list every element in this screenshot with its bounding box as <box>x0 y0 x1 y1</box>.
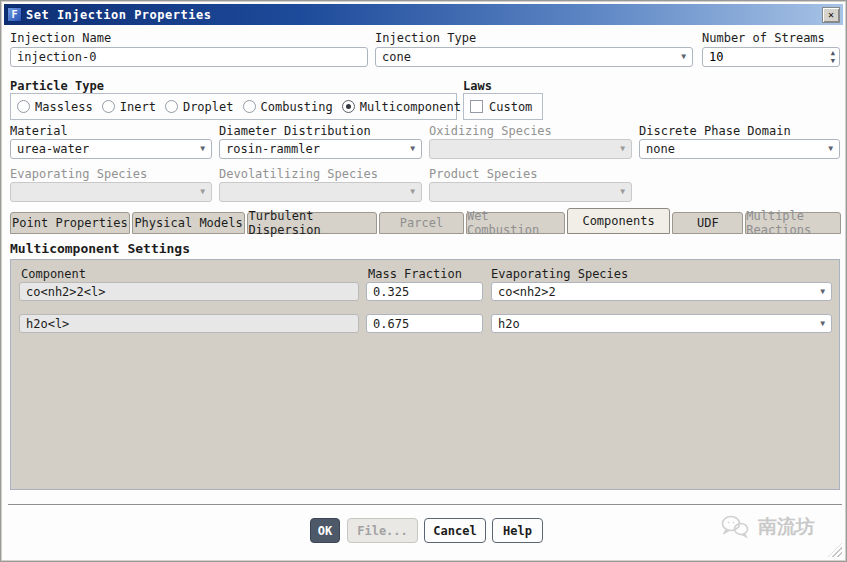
evaporating-species-row-value: h2o <box>498 317 520 331</box>
tab-parcel: Parcel <box>379 212 464 234</box>
material-dropdown[interactable]: urea-water ▼ <box>10 139 212 159</box>
component-name-value: h2o<l> <box>26 317 69 331</box>
separator <box>8 504 842 506</box>
dialog-title: Set Injection Properties <box>26 8 211 22</box>
laws-label: Laws <box>463 79 492 93</box>
radio-multicomponent-label: Multicomponent <box>360 100 461 114</box>
chevron-down-icon: ▼ <box>681 53 686 61</box>
material-value: urea-water <box>17 142 89 156</box>
tab-components[interactable]: Components <box>567 208 671 234</box>
injection-name-input[interactable] <box>10 47 368 67</box>
injection-type-dropdown[interactable]: cone ▼ <box>375 47 693 67</box>
discrete-phase-domain-dropdown[interactable]: none ▼ <box>639 139 840 159</box>
number-of-streams-input[interactable] <box>703 50 827 64</box>
cancel-button[interactable]: Cancel <box>424 518 486 543</box>
mass-fraction-input[interactable] <box>366 314 483 333</box>
close-icon[interactable]: ✕ <box>822 7 840 23</box>
diameter-distribution-dropdown[interactable]: rosin-rammler ▼ <box>219 139 422 159</box>
tab-strip: Point Properties Physical Models Turbule… <box>10 211 841 234</box>
mass-fraction-input[interactable] <box>366 282 483 301</box>
mass-fraction-column-header: Mass Fraction <box>368 267 462 281</box>
evaporating-species-label: Evaporating Species <box>10 167 147 181</box>
watermark-text: 南流坊 <box>758 514 815 540</box>
radio-droplet-label: Droplet <box>183 100 234 114</box>
tab-wet-combustion: Wet Combustion <box>466 212 565 234</box>
devolatilizing-species-dropdown: ▼ <box>219 182 422 202</box>
number-of-streams-label: Number of Streams <box>702 31 825 45</box>
resize-grip[interactable] <box>828 543 842 557</box>
radio-combusting[interactable]: Combusting <box>243 100 333 114</box>
tab-udf[interactable]: UDF <box>672 212 743 234</box>
evaporating-species-row-dropdown[interactable]: co<nh2>2 ▼ <box>491 282 832 301</box>
radio-icon[interactable] <box>243 100 256 113</box>
radio-massless-label: Massless <box>35 100 93 114</box>
evaporating-species-dropdown: ▼ <box>10 182 212 202</box>
laws-group: Custom <box>463 93 543 120</box>
oxidizing-species-label: Oxidizing Species <box>429 124 552 138</box>
chevron-down-icon: ▼ <box>820 288 825 296</box>
arrow-up-icon[interactable]: ▲ <box>831 50 835 57</box>
chevron-down-icon: ▼ <box>200 188 205 196</box>
injection-name-label: Injection Name <box>10 31 111 45</box>
radio-checked-icon[interactable] <box>342 100 355 113</box>
component-name-field: co<nh2>2<l> <box>19 282 359 301</box>
custom-laws-checkbox[interactable]: Custom <box>470 100 532 114</box>
arrow-down-icon[interactable]: ▼ <box>831 58 835 65</box>
custom-laws-label: Custom <box>489 100 532 114</box>
radio-multicomponent[interactable]: Multicomponent <box>342 100 461 114</box>
injection-type-label: Injection Type <box>375 31 476 45</box>
radio-icon[interactable] <box>102 100 115 113</box>
evaporating-species-row-value: co<nh2>2 <box>498 285 556 299</box>
radio-icon[interactable] <box>165 100 178 113</box>
watermark: 南流坊 <box>720 514 815 540</box>
radio-icon[interactable] <box>17 100 30 113</box>
titlebar[interactable]: F Set Injection Properties ✕ <box>4 4 843 25</box>
help-button[interactable]: Help <box>492 518 543 543</box>
checkbox-icon[interactable] <box>470 100 483 113</box>
stepper-arrows[interactable]: ▲ ▼ <box>827 50 839 65</box>
radio-droplet[interactable]: Droplet <box>165 100 234 114</box>
chevron-down-icon: ▼ <box>828 145 833 153</box>
oxidizing-species-dropdown: ▼ <box>429 139 632 159</box>
evaporating-species-column-header: Evaporating Species <box>491 267 628 281</box>
radio-massless[interactable]: Massless <box>17 100 93 114</box>
diameter-distribution-label: Diameter Distribution <box>219 124 371 138</box>
devolatilizing-species-label: Devolatilizing Species <box>219 167 378 181</box>
fluent-app-icon: F <box>7 7 22 22</box>
material-label: Material <box>10 124 68 138</box>
components-panel: Component Mass Fraction Evaporating Spec… <box>10 259 840 490</box>
tab-turbulent-dispersion[interactable]: Turbulent Dispersion <box>247 212 377 234</box>
tab-physical-models[interactable]: Physical Models <box>132 212 246 234</box>
component-column-header: Component <box>21 267 86 281</box>
particle-type-group: Massless Inert Droplet Combusting Multic… <box>10 93 457 120</box>
ok-button[interactable]: OK <box>310 518 340 543</box>
particle-type-label: Particle Type <box>10 79 104 93</box>
radio-inert-label: Inert <box>120 100 156 114</box>
radio-inert[interactable]: Inert <box>102 100 156 114</box>
multicomponent-settings-heading: Multicomponent Settings <box>10 241 190 256</box>
chevron-down-icon: ▼ <box>620 145 625 153</box>
component-name-value: co<nh2>2<l> <box>26 285 105 299</box>
chevron-down-icon: ▼ <box>410 145 415 153</box>
discrete-phase-domain-value: none <box>646 142 675 156</box>
product-species-label: Product Species <box>429 167 537 181</box>
injection-type-value: cone <box>382 50 411 64</box>
chevron-down-icon: ▼ <box>820 320 825 328</box>
number-of-streams-stepper[interactable]: ▲ ▼ <box>702 47 840 67</box>
chevron-down-icon: ▼ <box>410 188 415 196</box>
wechat-icon <box>720 514 750 540</box>
file-button: File... <box>347 518 418 543</box>
chevron-down-icon: ▼ <box>620 188 625 196</box>
diameter-distribution-value: rosin-rammler <box>226 142 320 156</box>
discrete-phase-domain-label: Discrete Phase Domain <box>639 124 791 138</box>
chevron-down-icon: ▼ <box>200 145 205 153</box>
evaporating-species-row-dropdown[interactable]: h2o ▼ <box>491 314 832 333</box>
set-injection-properties-dialog: F Set Injection Properties ✕ Injection N… <box>0 0 847 562</box>
tab-point-properties[interactable]: Point Properties <box>10 212 130 234</box>
component-name-field: h2o<l> <box>19 314 359 333</box>
tab-multiple-reactions: Multiple Reactions <box>745 212 841 234</box>
radio-combusting-label: Combusting <box>261 100 333 114</box>
product-species-dropdown: ▼ <box>429 182 632 202</box>
